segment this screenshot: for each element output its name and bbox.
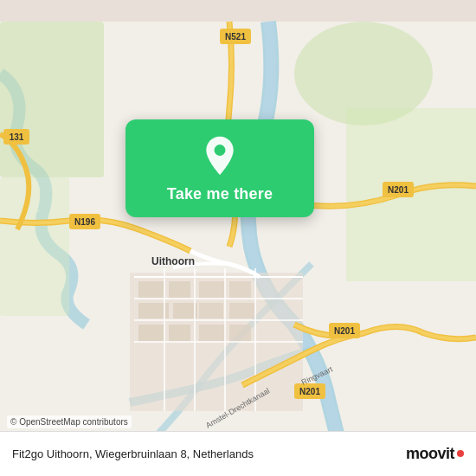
svg-rect-7 [169, 281, 190, 299]
svg-text:N201: N201 [334, 326, 355, 336]
map-background: N521 N201 N201 N201 N196 131 Amstel-Drec… [0, 0, 476, 476]
svg-rect-10 [138, 325, 164, 342]
svg-rect-11 [169, 325, 190, 342]
take-me-there-card[interactable]: Take me there [125, 119, 314, 217]
svg-text:N201: N201 [299, 387, 320, 396]
svg-text:N196: N196 [74, 217, 95, 227]
svg-text:131: 131 [10, 132, 24, 142]
take-me-there-label: Take me there [167, 185, 273, 203]
moovit-text: moovit [406, 445, 454, 463]
svg-rect-13 [229, 281, 251, 299]
svg-rect-14 [199, 303, 223, 318]
moovit-dot [457, 450, 464, 457]
svg-rect-1 [0, 22, 104, 177]
svg-rect-17 [229, 325, 251, 342]
location-pin-icon [199, 135, 241, 177]
map-container: N521 N201 N201 N201 N196 131 Amstel-Drec… [0, 0, 476, 476]
city-label: Uithoorn [151, 255, 195, 267]
moovit-logo: moovit [406, 445, 464, 463]
svg-rect-15 [229, 303, 255, 318]
svg-rect-12 [199, 281, 225, 299]
address-label: Fit2go Uithoorn, Wiegerbruinlaan 8, Neth… [12, 447, 254, 460]
svg-text:N201: N201 [388, 185, 408, 195]
svg-point-40 [215, 145, 226, 156]
osm-attribution: © OpenStreetMap contributors [7, 415, 132, 428]
svg-rect-2 [0, 177, 69, 316]
svg-text:N521: N521 [225, 32, 246, 42]
svg-rect-9 [173, 303, 197, 318]
bottom-bar: Fit2go Uithoorn, Wiegerbruinlaan 8, Neth… [0, 431, 476, 476]
svg-rect-16 [199, 325, 225, 342]
svg-rect-6 [138, 281, 164, 299]
